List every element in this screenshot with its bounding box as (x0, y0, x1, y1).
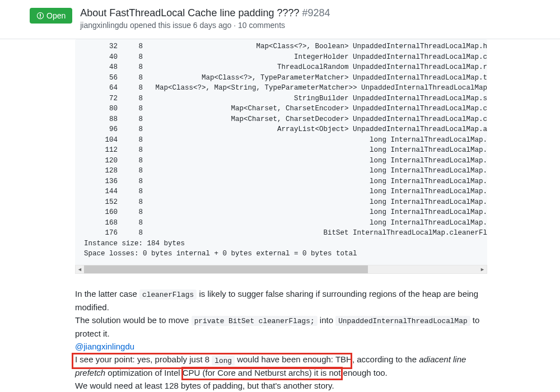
header-main: About FastThreadLocal Cache line padding… (80, 7, 538, 30)
user-mention-link[interactable]: @jiangxinlingdu (75, 342, 134, 351)
horizontal-scrollbar[interactable]: ◄ ► (75, 265, 487, 274)
scroll-left-icon[interactable]: ◄ (76, 265, 84, 273)
scrollbar-track[interactable] (84, 265, 478, 273)
inline-code: long (212, 356, 235, 366)
inline-code: UnpaddedInternalThreadLocalMap (335, 316, 470, 326)
issue-title-text: About FastThreadLocal Cache line padding… (80, 7, 299, 18)
state-badge-label: Open (46, 11, 66, 20)
scrollbar-thumb[interactable] (84, 265, 368, 273)
inline-code: private BitSet cleanerFlags; (192, 316, 318, 326)
issue-title[interactable]: About FastThreadLocal Cache line padding… (80, 7, 538, 20)
issue-body: 32 8 Map<Class<?>, Boolean> UnpaddedInte… (0, 39, 560, 392)
issue-header: Open About FastThreadLocal Cache line pa… (0, 0, 560, 39)
issue-author-link[interactable]: jiangxinlingdu (80, 21, 128, 30)
code-block: 32 8 Map<Class<?>, Boolean> UnpaddedInte… (75, 39, 487, 274)
issue-meta: jiangxinlingdu opened this issue 6 days … (80, 21, 538, 30)
code-text: 32 8 Map<Class<?>, Boolean> UnpaddedInte… (75, 39, 487, 265)
issue-meta-rest: opened this issue 6 days ago · 10 commen… (128, 21, 285, 30)
state-badge: Open (30, 8, 72, 24)
inline-code: cleanerFlags (139, 290, 197, 300)
scroll-right-icon[interactable]: ► (478, 265, 487, 273)
issue-number: #9284 (302, 7, 330, 18)
comment-prose: In the latter case cleanerFlags is likel… (75, 287, 487, 392)
issue-open-icon (36, 12, 44, 20)
code-scroll-region[interactable]: 32 8 Map<Class<?>, Boolean> UnpaddedInte… (75, 39, 487, 265)
